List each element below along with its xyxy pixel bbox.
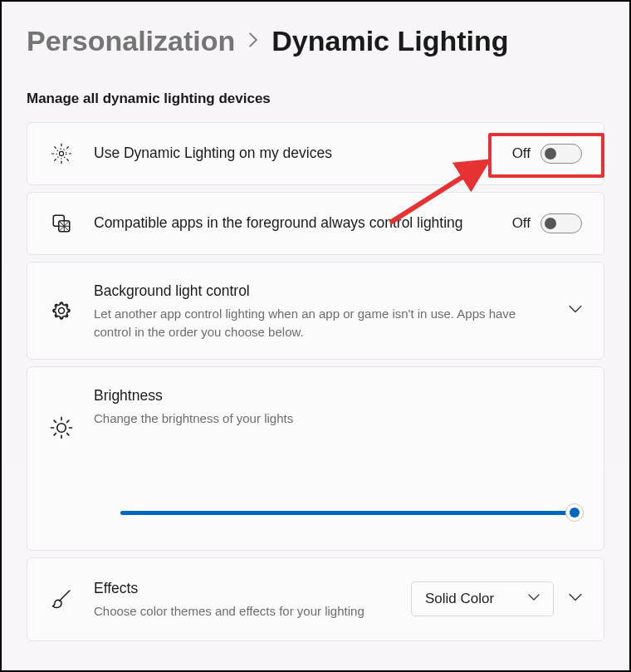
row-label: Use Dynamic Lighting on my devices: [94, 143, 492, 164]
effects-select[interactable]: Solid Color: [411, 581, 554, 616]
breadcrumb: Personalization Dynamic Lighting: [27, 25, 604, 57]
row-title: Background light control: [94, 281, 549, 302]
svg-line-7: [67, 159, 69, 161]
row-subtitle: Choose color themes and effects for your…: [94, 602, 391, 620]
svg-line-8: [55, 159, 56, 161]
toggle-state-label: Off: [512, 145, 531, 162]
toggle-use-dynamic-lighting[interactable]: [541, 144, 582, 164]
select-value: Solid Color: [425, 591, 494, 607]
chevron-right-icon: [248, 31, 258, 52]
row-background-light-control[interactable]: Background light control Let another app…: [27, 262, 604, 360]
apps-foreground-icon: [49, 211, 74, 236]
svg-line-18: [54, 420, 56, 422]
breadcrumb-parent[interactable]: Personalization: [27, 25, 235, 57]
row-subtitle: Change the brightness of your lights: [94, 410, 582, 427]
svg-point-0: [59, 151, 63, 155]
toggle-compatible-apps[interactable]: [541, 213, 582, 233]
toggle-state-label: Off: [512, 215, 531, 232]
svg-line-19: [67, 434, 69, 435]
svg-point-13: [57, 424, 66, 433]
row-label: Compatible apps in the foreground always…: [94, 213, 492, 233]
svg-line-20: [54, 434, 56, 435]
chevron-down-icon: [528, 591, 540, 607]
dynamic-lighting-icon: [49, 141, 74, 166]
brightness-icon: [49, 415, 74, 440]
breadcrumb-current: Dynamic Lighting: [271, 25, 508, 57]
row-effects[interactable]: Effects Choose color themes and effects …: [27, 557, 604, 641]
row-compatible-apps: Compatible apps in the foreground always…: [27, 192, 604, 255]
svg-line-9: [67, 147, 69, 149]
gear-icon: [49, 298, 74, 323]
section-title: Manage all dynamic lighting devices: [27, 91, 604, 107]
brightness-slider[interactable]: [120, 503, 582, 522]
row-brightness: Brightness Change the brightness of your…: [27, 366, 604, 551]
svg-line-6: [55, 147, 56, 149]
brush-icon: [49, 586, 74, 611]
row-title: Brightness: [94, 385, 582, 406]
svg-point-1: [56, 149, 66, 159]
svg-line-21: [67, 420, 69, 422]
slider-thumb[interactable]: [565, 503, 584, 522]
chevron-down-icon: [569, 302, 582, 319]
row-use-dynamic-lighting: Use Dynamic Lighting on my devices Off: [27, 122, 604, 185]
row-subtitle: Let another app control lighting when an…: [94, 305, 549, 341]
chevron-down-icon: [569, 591, 582, 607]
row-title: Effects: [94, 578, 391, 599]
